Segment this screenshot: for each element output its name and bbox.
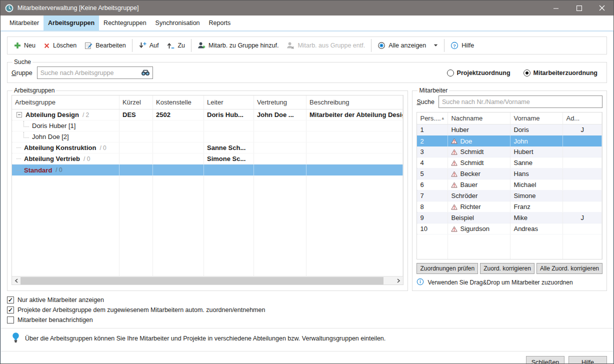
main-split: Arbeitsgruppen ArbeitsgruppeKürzelKosten…	[7, 87, 607, 291]
client-area: NeuLöschenBearbeitenAufZuMitarb. zu Grup…	[0, 32, 614, 364]
option-projekte-der-arbeitsgruppe-dem-zugewiese[interactable]: Projekte der Arbeitsgruppe dem zugewiese…	[7, 305, 607, 315]
column-header-beschreibung[interactable]: Beschreibung	[306, 96, 403, 109]
close-button[interactable]	[590, 0, 614, 16]
column-header-ad[interactable]: Ad...	[563, 112, 602, 124]
delete-icon	[44, 42, 50, 49]
checkbox-icon[interactable]	[7, 306, 14, 314]
column-header-kostenstelle[interactable]: Kostenstelle	[153, 96, 204, 109]
employee-row[interactable]: 7SchröderSimone	[417, 190, 602, 202]
tab-arbeitsgruppen[interactable]: Arbeitsgruppen	[44, 16, 99, 30]
workgroup-member-row[interactable]: Doris Huber [1]	[12, 120, 403, 132]
option-nur-aktive-mitarbeiter-anzeigen[interactable]: Nur aktive Mitarbeiter anzeigen	[7, 295, 607, 305]
employee-row[interactable]: 9BeispielMikeJ	[417, 212, 602, 224]
workgroup-beschreibung-cell	[306, 154, 403, 164]
employee-row[interactable]: 1HuberDorisJ	[417, 124, 602, 136]
option-mitarbeiter-benachrichtigen[interactable]: Mitarbeiter benachrichtigen	[7, 315, 607, 325]
employee-row[interactable]: 10SigurdsonAndreas	[417, 224, 602, 234]
employee-lastname: Huber	[451, 126, 468, 134]
workgroup-row[interactable]: Abteilung Design/ 2DES2502Doris Hub...Jo…	[12, 110, 403, 120]
employee-lastname-cell: Richter	[448, 202, 510, 212]
workgroup-row[interactable]: Abteilung Konstruktion/ 0Sanne Sch...	[12, 142, 403, 154]
employee-row[interactable]: 5BeckerHans	[417, 168, 602, 180]
column-header-pers[interactable]: Pers....▲	[417, 112, 448, 124]
search-groupbox: Suche Gruppe ProjektzuordnungMitarbeiter…	[7, 58, 607, 83]
employee-firstname-cell: Hans	[510, 168, 563, 179]
toolbar-button-mitarb-aus-gruppe-entf: Mitarb. aus Gruppe entf.	[282, 38, 369, 52]
employee-lastname: Sigurdson	[460, 225, 490, 232]
group-search-input[interactable]	[37, 66, 153, 79]
button-schließen[interactable]: Schließen	[526, 356, 564, 364]
tab-reports[interactable]: Reports	[204, 16, 236, 30]
employee-row[interactable]: 4SchmidtSanne	[417, 158, 602, 168]
button-alle-zuord-korrigieren[interactable]: Alle Zuord. korrigieren	[536, 263, 602, 274]
chevron-down-icon[interactable]	[434, 44, 438, 47]
button-hilfe[interactable]: Hilfe	[568, 356, 607, 364]
button-zuordnungen-prüfen[interactable]: Zuordnungen prüfen	[416, 263, 478, 274]
workgroup-name-cell: Doris Huber [1]	[12, 120, 120, 131]
edit-icon	[84, 42, 92, 50]
employee-lastname-cell: Huber	[448, 124, 510, 135]
scrollbar-thumb[interactable]	[20, 277, 384, 284]
workgroup-member-row[interactable]: John Doe [2]	[12, 132, 403, 142]
workgroup-kostenstelle-cell: 2502	[153, 110, 204, 120]
workgroup-name-cell: Standard/ 0	[12, 164, 120, 176]
employee-number-cell: 7	[417, 190, 448, 201]
checkbox-icon[interactable]	[7, 316, 14, 324]
column-header-arbeitsgruppe[interactable]: Arbeitsgruppe	[12, 96, 120, 109]
workgroup-row[interactable]: Abteilung Vertrieb/ 0Simone Sc...	[12, 154, 403, 164]
column-header-leiter[interactable]: Leiter	[204, 96, 254, 109]
warning-icon	[451, 171, 458, 177]
employee-firstname-cell: Hubert	[510, 146, 563, 157]
radio-circle-icon[interactable]	[447, 70, 454, 76]
toolbar-button-neu[interactable]: Neu	[10, 38, 40, 52]
maximize-button[interactable]	[568, 0, 590, 16]
employee-search-input[interactable]	[438, 96, 602, 108]
scroll-left-arrow-icon[interactable]	[12, 276, 20, 285]
toolbar-button-zu[interactable]: Zu	[162, 38, 189, 52]
employee-search-label: Suche	[416, 98, 434, 106]
toolbar-button-label: Zu	[178, 42, 185, 49]
toolbar-button-löschen[interactable]: Löschen	[40, 38, 80, 52]
workgroup-name-cell: Abteilung Design/ 2	[12, 110, 120, 120]
tab-mitarbeiter[interactable]: Mitarbeiter	[5, 16, 44, 30]
employee-row[interactable]: 6BauerMichael	[417, 180, 602, 190]
employee-row[interactable]: 3SchmidtHubert	[417, 146, 602, 158]
scroll-right-arrow-icon[interactable]	[394, 276, 403, 285]
workgroup-member-count: / 0	[56, 166, 62, 174]
toolbar-separator	[191, 39, 192, 52]
tab-synchronisation[interactable]: Synchronisation	[151, 16, 204, 30]
workgroup-beschreibung-cell	[306, 164, 403, 176]
collapse-expander-icon[interactable]	[16, 112, 22, 118]
member-name: Doris Huber [1]	[32, 122, 76, 130]
radio-circle-icon[interactable]	[524, 70, 530, 76]
checkbox-icon[interactable]	[7, 296, 14, 304]
table-empty-area	[12, 176, 403, 284]
arrow-down-plus-icon	[138, 42, 146, 50]
table-empty-area	[417, 234, 602, 259]
column-header-kürzel[interactable]: Kürzel	[120, 96, 153, 109]
toolbar-button-mitarb-zu-gruppe-hinzuf[interactable]: Mitarb. zu Gruppe hinzuf.	[194, 38, 282, 52]
radio-projektzuordnung[interactable]: Projektzuordnung	[447, 70, 510, 76]
radio-mitarbeiterzuordnung[interactable]: Mitarbeiterzuordnung	[524, 70, 598, 76]
toolbar-button-label: Mitarb. aus Gruppe entf.	[298, 42, 365, 49]
workgroup-name-cell: Abteilung Konstruktion/ 0	[12, 142, 120, 153]
warning-icon	[451, 182, 458, 188]
column-header-nachname[interactable]: Nachname	[448, 112, 510, 124]
column-header-vertretung[interactable]: Vertretung	[254, 96, 306, 109]
workgroup-row[interactable]: Standard/ 0	[12, 164, 403, 176]
tab-rechtegruppen[interactable]: Rechtegruppen	[99, 16, 150, 30]
workgroup-vertretung-cell	[254, 120, 306, 131]
arrow-up-minus-icon	[166, 42, 174, 50]
button-zuord-korrigieren[interactable]: Zuord. korrigieren	[480, 263, 534, 274]
toolbar-button-hilfe[interactable]: ?Hilfe	[446, 38, 478, 52]
toolbar-button-alle-anzeigen[interactable]: Alle anzeigen	[374, 38, 442, 52]
employee-row[interactable]: 8RichterFranz	[417, 202, 602, 212]
toolbar-button-bearbeiten[interactable]: Bearbeiten	[80, 38, 130, 52]
toolbar-button-auf[interactable]: Auf	[134, 38, 163, 52]
minimize-button[interactable]	[544, 0, 568, 16]
warning-icon	[451, 204, 458, 210]
column-header-vorname[interactable]: Vorname	[510, 112, 563, 124]
horizontal-scrollbar[interactable]	[12, 276, 403, 284]
employee-row[interactable]: 2DoeJohn	[417, 136, 602, 146]
toolbar-separator	[132, 39, 132, 52]
